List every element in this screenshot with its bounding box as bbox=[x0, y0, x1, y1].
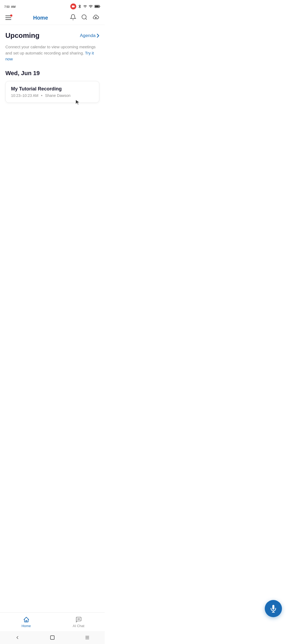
recording-meta: 10:23–10:23 AM • Shane Dawson bbox=[11, 93, 94, 98]
chevron-right-icon bbox=[97, 34, 99, 38]
nav-actions bbox=[70, 14, 99, 21]
status-bar: 7:50 AM bbox=[0, 0, 105, 12]
status-time: 7:50 AM bbox=[4, 4, 16, 9]
bluetooth-icon bbox=[78, 4, 82, 9]
svg-line-4 bbox=[86, 19, 87, 20]
bell-icon bbox=[70, 14, 76, 20]
signal-icon bbox=[83, 4, 87, 9]
svg-rect-2 bbox=[95, 6, 99, 7]
battery-icon bbox=[95, 5, 100, 8]
upload-cloud-icon bbox=[92, 14, 99, 20]
upcoming-description: Connect your calendar to view upcoming m… bbox=[5, 44, 99, 62]
search-icon bbox=[81, 14, 88, 20]
recording-indicator bbox=[70, 3, 76, 9]
time-text: 7:50 bbox=[4, 5, 9, 8]
menu-button[interactable] bbox=[5, 16, 11, 20]
recording-host: Shane Dawson bbox=[45, 93, 71, 98]
date-heading: Wed, Jun 19 bbox=[5, 70, 99, 77]
search-button[interactable] bbox=[81, 14, 88, 21]
menu-badge bbox=[10, 14, 12, 17]
page-title: Home bbox=[11, 15, 70, 21]
wifi-icon bbox=[88, 4, 93, 9]
upcoming-title: Upcoming bbox=[5, 31, 39, 40]
notification-button[interactable] bbox=[70, 14, 76, 21]
svg-rect-1 bbox=[99, 6, 100, 7]
top-navigation: Home bbox=[0, 12, 105, 25]
agenda-link[interactable]: Agenda bbox=[80, 33, 99, 38]
agenda-label: Agenda bbox=[80, 33, 96, 38]
upcoming-header: Upcoming Agenda bbox=[5, 31, 99, 40]
recording-card[interactable]: My Tutorial Recording 10:23–10:23 AM • S… bbox=[5, 81, 99, 103]
main-content: Upcoming Agenda Connect your calendar to… bbox=[0, 25, 105, 109]
upload-button[interactable] bbox=[92, 14, 99, 21]
time-ampm: AM bbox=[11, 5, 16, 8]
recording-time: 10:23–10:23 AM bbox=[11, 93, 38, 98]
camera-icon bbox=[71, 5, 75, 8]
status-icons bbox=[70, 3, 100, 9]
recording-separator: • bbox=[41, 93, 42, 98]
recording-title: My Tutorial Recording bbox=[11, 86, 94, 92]
svg-point-3 bbox=[82, 15, 86, 19]
